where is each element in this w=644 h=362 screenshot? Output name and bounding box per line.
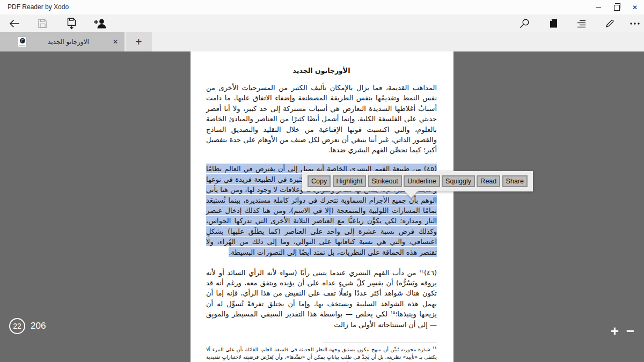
footnote-text: ١٤ شذرة محورية تُبيِّن أن منهج بيكون يست… xyxy=(206,346,437,362)
underline-button[interactable]: Underline xyxy=(404,175,440,187)
squiggly-button[interactable]: Squiggly xyxy=(442,175,475,187)
page-thumbnails-button[interactable] xyxy=(544,14,562,32)
ellipsis-icon xyxy=(630,22,640,25)
window-controls: ✕ xyxy=(589,0,644,14)
zoom-out-button[interactable]: − xyxy=(626,324,634,337)
page-icon xyxy=(550,19,558,28)
zoom-controls: + − xyxy=(611,324,634,338)
save-icon xyxy=(38,19,47,28)
pdf-page: الأورجانون الجديد المذاهب القديمة، فما ي… xyxy=(191,51,453,362)
app-title: PDF Reader by Xodo xyxy=(8,3,69,11)
tab-document[interactable]: الاورجانو الجديد ✕ xyxy=(0,32,125,51)
favicon-globe-icon xyxy=(20,38,25,43)
add-signature-button[interactable] xyxy=(91,14,109,32)
minimize-icon xyxy=(596,7,601,8)
context-menu-pointer xyxy=(404,191,418,198)
total-pages-label: 206 xyxy=(31,321,46,331)
strikeout-button[interactable]: Strikeout xyxy=(368,175,402,187)
search-button[interactable] xyxy=(515,14,533,32)
close-button[interactable]: ✕ xyxy=(626,0,644,14)
footnote-ref: ١٤ xyxy=(419,268,424,273)
back-button[interactable] xyxy=(5,14,24,32)
document-favicon xyxy=(18,37,26,47)
read-button[interactable]: Read xyxy=(477,175,500,187)
copy-button[interactable]: Copy xyxy=(308,175,331,187)
title-bar: PDF Reader by Xodo ✕ xyxy=(0,0,644,14)
tab-title: الاورجانو الجديد xyxy=(26,38,111,46)
highlight-button[interactable]: Highlight xyxy=(333,175,367,187)
current-page-badge[interactable]: 22 xyxy=(9,318,25,334)
add-person-icon xyxy=(94,19,107,28)
save-as-button[interactable] xyxy=(62,14,80,32)
search-icon xyxy=(519,19,529,28)
back-arrow-icon xyxy=(9,19,20,28)
restore-icon xyxy=(614,5,620,11)
page-heading: الأورجانون الجديد xyxy=(206,67,437,75)
minimize-button[interactable] xyxy=(589,0,608,14)
toolbar xyxy=(0,14,644,32)
footnote-ref: ١٥ xyxy=(391,310,396,315)
annotate-button[interactable] xyxy=(601,14,619,32)
new-tab-button[interactable]: + xyxy=(126,32,152,51)
save-button[interactable] xyxy=(33,14,52,32)
tab-bar: الاورجانو الجديد ✕ + xyxy=(0,32,644,51)
paragraph: المذاهب القديمة، فما يزال بالإمكان تأليف… xyxy=(206,83,437,156)
pen-icon xyxy=(605,19,614,28)
outline-button[interactable] xyxy=(572,14,590,32)
text-selection-context-menu: Copy Highlight Strikeout Underline Squig… xyxy=(302,171,533,191)
page-indicator[interactable]: 22 206 xyxy=(9,318,46,334)
restore-button[interactable] xyxy=(608,0,626,14)
close-icon: ✕ xyxy=(632,4,638,11)
more-button[interactable] xyxy=(626,14,644,32)
footnote-separator xyxy=(323,343,437,343)
paragraph: (٤٦)١٤ من دأب الفهم البشري عندما يتبنى ر… xyxy=(206,268,437,330)
outline-list-icon xyxy=(576,19,586,28)
document-canvas: الأورجانون الجديد المذاهب القديمة، فما ي… xyxy=(0,51,644,362)
share-button[interactable]: Share xyxy=(502,175,528,187)
save-as-icon xyxy=(67,18,76,29)
tab-close-icon[interactable]: ✕ xyxy=(113,39,118,45)
zoom-in-button[interactable]: + xyxy=(611,324,619,338)
